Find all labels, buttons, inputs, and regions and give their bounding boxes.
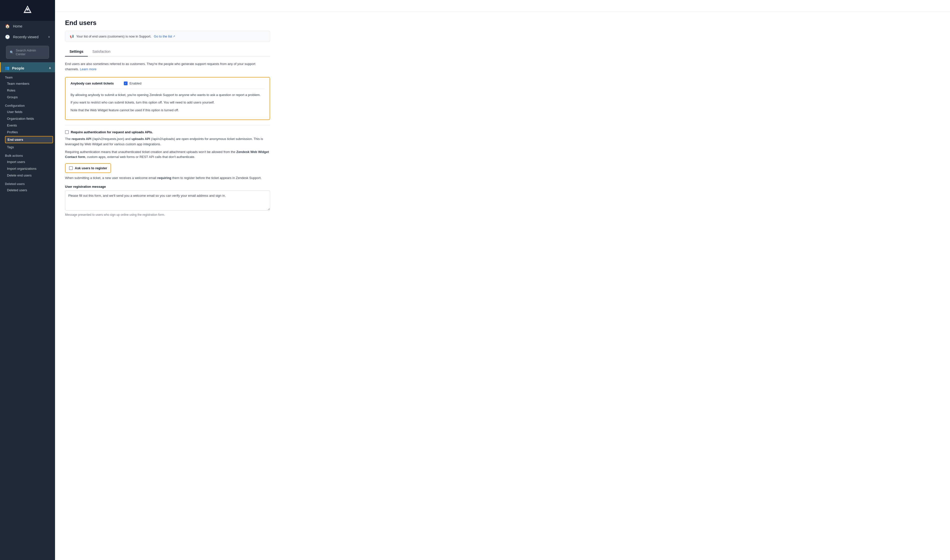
megaphone-icon: 📢 [70, 34, 74, 38]
go-to-list-label: Go to the list [154, 34, 172, 38]
people-chevron: ∧ [49, 66, 51, 70]
config-group-label: Configuration [0, 100, 55, 109]
require-auth-section: Require authentication for request and u… [65, 130, 270, 217]
ask-register-checkbox[interactable] [69, 166, 73, 170]
sidebar-link-import-users[interactable]: Import users [0, 158, 55, 165]
registration-message-field: User registration message Message presen… [65, 185, 270, 217]
tab-settings[interactable]: Settings [65, 47, 88, 57]
tabs-container: Settings Satisfaction [65, 47, 270, 57]
sidebar: 🏠 Home 🕐 Recently viewed ∨ 🔍 Search Admi… [0, 0, 55, 560]
anybody-submit-para-2: If you want to restrict who can submit t… [71, 100, 265, 105]
ask-register-label: Ask users to register [75, 166, 107, 170]
search-container: 🔍 Search Admin Center [0, 42, 55, 62]
people-icon: 👥 [5, 66, 9, 70]
zendesk-logo [23, 5, 32, 16]
description-text: End users are also sometimes referred to… [65, 62, 270, 72]
recently-viewed-chevron: ∨ [48, 35, 50, 38]
search-admin-center[interactable]: 🔍 Search Admin Center [6, 46, 49, 59]
anybody-submit-row: Anybody can submit tickets ✓ Enabled [71, 82, 265, 85]
sidebar-item-home[interactable]: 🏠 Home [0, 21, 55, 31]
tab-satisfaction[interactable]: Satisfaction [88, 47, 115, 57]
team-group-label: Team [0, 72, 55, 80]
anybody-submit-block: Anybody can submit tickets ✓ Enabled By … [65, 77, 270, 120]
sidebar-link-deleted-users[interactable]: Deleted users [0, 187, 55, 194]
search-icon: 🔍 [10, 51, 14, 54]
sidebar-link-groups[interactable]: Groups [0, 94, 55, 100]
registration-message-hint: Message presented to users who sign up o… [65, 213, 270, 217]
deleted-group: Deleted users Deleted users [0, 179, 55, 194]
registration-message-label: User registration message [65, 185, 270, 189]
registration-message-textarea[interactable] [65, 191, 270, 211]
svg-rect-0 [26, 9, 29, 11]
content-area: End users 📢 Your list of end users (cust… [55, 12, 280, 229]
sidebar-link-team-members[interactable]: Team members [0, 80, 55, 87]
info-banner-text: Your list of end users (customers) is no… [76, 34, 151, 38]
require-auth-label: Require authentication for request and u… [71, 130, 153, 134]
require-auth-header: Require authentication for request and u… [65, 130, 270, 134]
sidebar-link-events[interactable]: Events [0, 122, 55, 129]
anybody-submit-label: Anybody can submit tickets [71, 82, 114, 85]
people-section-label: People [12, 66, 24, 70]
anybody-submit-enabled: ✓ Enabled [124, 82, 142, 85]
sidebar-link-profiles[interactable]: Profiles [0, 129, 55, 135]
top-bar [55, 0, 950, 12]
anybody-submit-para-1: By allowing anybody to submit a ticket, … [71, 92, 265, 98]
recently-viewed-label: Recently viewed [13, 35, 38, 39]
sidebar-item-recently-viewed[interactable]: 🕐 Recently viewed ∨ [0, 31, 55, 42]
home-icon: 🏠 [5, 24, 10, 29]
sidebar-link-import-orgs[interactable]: Import organizations [0, 165, 55, 172]
anybody-submit-details: By allowing anybody to submit a ticket, … [71, 89, 265, 113]
require-auth-desc1: The requests API (/api/v2/requests.json)… [65, 137, 270, 147]
people-section-header[interactable]: 👥 People ∧ [0, 62, 55, 72]
sidebar-link-user-fields[interactable]: User fields [0, 109, 55, 115]
anybody-submit-enabled-label: Enabled [129, 82, 142, 85]
team-group: Team Team members Roles Groups [0, 72, 55, 100]
clock-icon: 🕐 [5, 34, 10, 39]
learn-more-link[interactable]: Learn more [80, 67, 96, 71]
bulk-group-label: Bulk actions [0, 151, 55, 158]
go-to-list-link[interactable]: Go to the list ↗ [154, 34, 175, 38]
require-auth-checkbox[interactable] [65, 130, 69, 134]
external-link-icon: ↗ [173, 35, 175, 38]
sidebar-link-end-users[interactable]: End users [5, 136, 53, 143]
divider-1 [65, 125, 270, 125]
info-banner: 📢 Your list of end users (customers) is … [65, 31, 270, 42]
page-title: End users [65, 19, 270, 27]
logo-area [0, 0, 55, 21]
sidebar-link-roles[interactable]: Roles [0, 87, 55, 94]
anybody-submit-checkbox[interactable]: ✓ [124, 82, 128, 85]
deleted-group-label: Deleted users [0, 179, 55, 187]
register-desc: When submitting a ticket, a new user rec… [65, 175, 270, 181]
sidebar-link-org-fields[interactable]: Organization fields [0, 115, 55, 122]
bulk-group: Bulk actions Import users Import organiz… [0, 151, 55, 179]
search-placeholder: Search Admin Center [16, 49, 45, 56]
config-group: Configuration User fields Organization f… [0, 100, 55, 151]
anybody-submit-para-3: Note that the Web Widget feature cannot … [71, 108, 265, 113]
home-label: Home [13, 24, 22, 28]
sidebar-link-tags[interactable]: Tags [0, 144, 55, 151]
main-content: End users 📢 Your list of end users (cust… [55, 0, 950, 560]
require-auth-desc2: Requiring authentication means that unau… [65, 149, 270, 160]
sidebar-link-delete-end-users[interactable]: Delete end users [0, 172, 55, 179]
ask-register-block: Ask users to register [65, 163, 111, 173]
